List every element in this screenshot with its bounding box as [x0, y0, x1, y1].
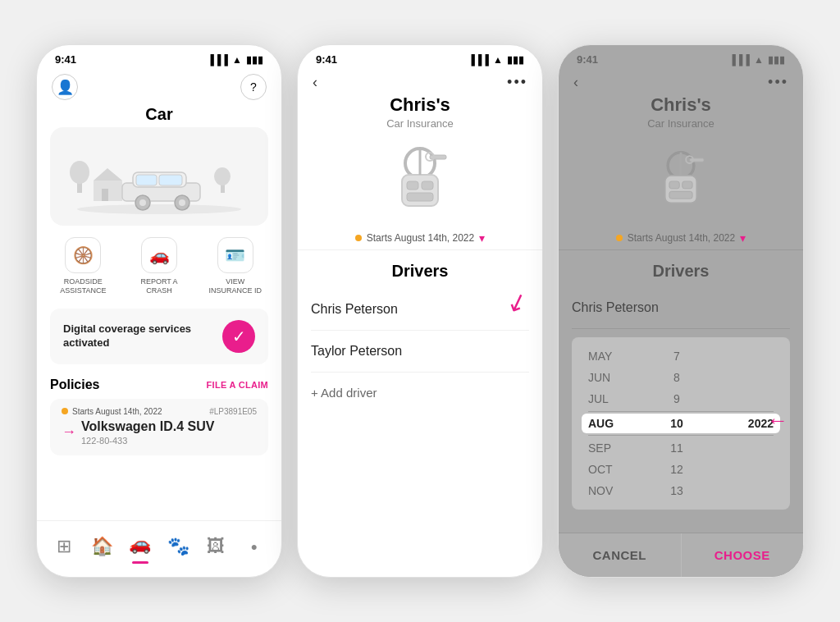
dropdown-arrow-2[interactable]: ▾	[479, 231, 485, 245]
p2-header: ‹ •••	[298, 69, 542, 94]
day-11: 11	[664, 441, 689, 455]
svg-rect-18	[407, 181, 418, 190]
crash-action[interactable]: 🚗 REPORT ACRASH	[123, 237, 196, 295]
month-jun: JUN	[588, 371, 629, 384]
nav-home-icon[interactable]: 🏠	[87, 532, 116, 561]
policy-card[interactable]: Starts August 14th, 2022 #LP3891E05 → Vo…	[50, 399, 268, 455]
nav-active-indicator	[132, 561, 148, 564]
day-10: 10	[664, 417, 689, 430]
battery-icon-2: ▮▮▮	[507, 54, 524, 66]
day-8: 8	[664, 371, 689, 384]
file-claim-button[interactable]: FILE A CLAIM	[207, 380, 269, 390]
svg-rect-29	[690, 158, 705, 162]
phone-1: 9:41 ▐▐▐ ▲ ▮▮▮ 👤 ? Car	[36, 44, 282, 578]
driver-row-3[interactable]: Chris Peterson	[572, 287, 790, 329]
drivers-section-2: Drivers Chris Peterson Taylor Peterson +…	[298, 254, 542, 413]
back-button-3[interactable]: ‹	[573, 74, 578, 91]
svg-point-2	[70, 161, 89, 184]
day-7: 7	[664, 350, 689, 363]
more-button[interactable]: •••	[507, 74, 527, 91]
phone-3: 9:41 ▐▐▐ ▲ ▮▮▮ ‹ ••• Chris's Car Insuran…	[558, 44, 804, 578]
date-row-aug[interactable]: AUG 10 2022	[582, 414, 780, 433]
month-sep: SEP	[588, 441, 629, 455]
day-12: 12	[664, 463, 689, 476]
dialog-buttons: CANCEL CHOOSE	[559, 533, 803, 577]
pink-arrow-icon: →	[62, 423, 76, 441]
roadside-label: ROADSIDEASSISTANCE	[60, 277, 106, 295]
year-2022: 2022	[724, 417, 774, 430]
phone-2: 9:41 ▐▐▐ ▲ ▮▮▮ ‹ ••• Chris's Car Insuran…	[297, 44, 543, 578]
quick-actions: 🛞 ROADSIDEASSISTANCE 🚗 REPORT ACRASH 🪪 V…	[37, 226, 281, 302]
month-oct: OCT	[588, 463, 629, 476]
starts-date-text-2: Starts August 14th, 2022	[367, 232, 474, 244]
profile-icon[interactable]: 👤	[52, 74, 78, 100]
page-title-1: Car	[37, 103, 281, 127]
starts-date-2: Starts August 14th, 2022 ▾	[298, 226, 542, 250]
help-icon[interactable]: ?	[240, 74, 267, 100]
date-picker[interactable]: MAY 7 JUN 8 JUL 9 AUG 10 2022 S	[572, 337, 790, 510]
status-dot	[62, 408, 68, 414]
date-row-jun: JUN 8	[588, 367, 774, 388]
time-1: 9:41	[55, 53, 76, 66]
car-svg	[61, 135, 258, 217]
status-icons-3: ▐▐▐ ▲ ▮▮▮	[729, 54, 785, 66]
drivers-title-3: Drivers	[572, 262, 790, 281]
policy-start-date: Starts August 14th, 2022	[72, 407, 162, 416]
policy-info: Volkswagen ID.4 SUV 122-80-433	[81, 419, 214, 446]
driver-row-taylor[interactable]: Taylor Peterson	[311, 331, 529, 373]
policies-section: Policies FILE A CLAIM Starts August 14th…	[50, 377, 268, 455]
policy-name-row: → Volkswagen ID.4 SUV 122-80-433	[62, 419, 257, 446]
nav-more-icon[interactable]: ●	[240, 532, 269, 561]
status-icons-2: ▐▐▐ ▲ ▮▮▮	[468, 54, 524, 66]
driver-row-chris[interactable]: Chris Peterson	[311, 289, 529, 331]
status-icons-1: ▐▐▐ ▲ ▮▮▮	[208, 54, 263, 66]
car-illustration	[50, 127, 268, 226]
date-row-may: MAY 7	[588, 345, 774, 367]
choose-button[interactable]: CHOOSE	[682, 533, 804, 577]
status-bar-2: 9:41 ▐▐▐ ▲ ▮▮▮	[298, 45, 542, 69]
nav-qr-icon[interactable]: ⊞	[49, 532, 79, 561]
status-bar-1: 9:41 ▐▐▐ ▲ ▮▮▮	[37, 45, 281, 69]
annotation-arrow-3: ←	[767, 408, 788, 433]
wifi-icon-3: ▲	[754, 54, 764, 66]
day-13: 13	[664, 484, 689, 497]
add-driver-button[interactable]: + Add driver	[311, 373, 529, 413]
nav-gallery-icon[interactable]: 🖼	[201, 532, 231, 561]
scene: 9:41 ▐▐▐ ▲ ▮▮▮ 👤 ? Car	[20, 20, 820, 602]
signal-icon-3: ▐▐▐	[729, 54, 751, 66]
svg-point-11	[139, 199, 146, 206]
p2-subtitle: Car Insurance	[298, 117, 542, 130]
roadside-action[interactable]: 🛞 ROADSIDEASSISTANCE	[47, 237, 120, 295]
date-row-nov: NOV 13	[588, 480, 774, 501]
check-icon[interactable]: ✓	[222, 320, 255, 353]
back-button[interactable]: ‹	[313, 74, 317, 91]
svg-rect-27	[682, 181, 692, 189]
svg-rect-15	[159, 175, 182, 185]
cancel-button[interactable]: CANCEL	[559, 533, 682, 577]
battery-icon: ▮▮▮	[246, 54, 263, 66]
nav-car-wrapper: 🚗	[126, 529, 155, 564]
date-row-oct: OCT 12	[588, 459, 774, 480]
svg-rect-28	[669, 191, 692, 199]
starts-dot-2	[355, 235, 362, 241]
p3-header: ‹ •••	[559, 69, 803, 94]
keys-svg-3	[645, 145, 717, 217]
status-bar-3: 9:41 ▐▐▐ ▲ ▮▮▮	[559, 45, 803, 69]
more-button-3[interactable]: •••	[768, 74, 788, 91]
svg-rect-20	[407, 193, 433, 201]
picker-divider-bottom	[588, 435, 774, 436]
wifi-icon-2: ▲	[493, 54, 503, 66]
nav-car-icon[interactable]: 🚗	[126, 529, 155, 559]
date-row-jul: JUL 9	[588, 388, 774, 409]
dropdown-arrow-3[interactable]: ▾	[740, 231, 746, 245]
policies-title: Policies	[50, 377, 99, 392]
starts-date-text-3: Starts August 14th, 2022	[628, 232, 735, 244]
month-nov: NOV	[588, 484, 629, 497]
insurance-action[interactable]: 🪪 VIEWINSURANCE ID	[199, 237, 272, 295]
nav-pet-icon[interactable]: 🐾	[163, 532, 193, 561]
keys-svg	[379, 140, 461, 222]
battery-icon-3: ▮▮▮	[768, 54, 785, 66]
time-2: 9:41	[316, 53, 337, 66]
svg-rect-19	[422, 181, 433, 190]
p1-header: 👤 ?	[37, 69, 281, 103]
